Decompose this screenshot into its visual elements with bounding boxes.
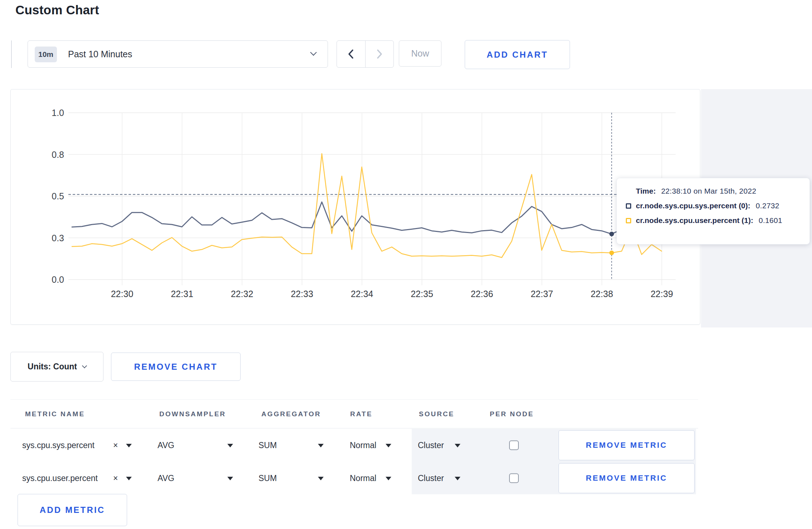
add-metric-button[interactable]: ADD METRIC [18,494,127,526]
series-sys-swatch-icon [626,203,631,209]
column-header-per-node: PER NODE [490,410,534,418]
page-title: Custom Chart [15,3,99,17]
custom-chart-page: Custom Chart 10m Past 10 Minutes Now ADD… [0,0,812,529]
step-back-button[interactable] [337,41,365,67]
line-chart[interactable]: 0.00.30.50.81.022:3022:3122:3222:3322:34… [11,89,701,325]
column-header-downsampler: DOWNSAMPLER [159,410,226,418]
series-user-swatch-icon [626,218,631,223]
now-button[interactable]: Now [399,40,441,67]
source-select[interactable]: Cluster [418,441,444,450]
hover-point-sys [609,232,614,236]
column-header-metric-name: METRIC NAME [25,410,85,418]
remove-metric-button[interactable]: REMOVE METRIC [559,463,695,493]
column-header-source: SOURCE [419,410,454,418]
time-range-select[interactable]: 10m Past 10 Minutes [28,40,328,68]
downsampler-caret-icon[interactable] [227,475,233,482]
aggregator-caret-icon[interactable] [318,442,324,449]
y-axis-tick-label: 0.8 [52,150,64,160]
chart-hover-tooltip: Time: 22:38:10 on Mar 15th, 2022 cr.node… [617,178,810,244]
metric-row-2: sys.cpu.user.percentAVGSUMNormalCluster×… [10,462,698,495]
metric-name-select[interactable]: sys.cpu.sys.percent [22,441,95,450]
units-select-label: Units: Count [28,362,77,372]
tooltip-series-sys-value: 0.2732 [756,202,779,210]
tooltip-time-value: 22:38:10 on Mar 15th, 2022 [661,187,757,195]
source-caret-icon[interactable] [455,475,460,482]
aggregator-select[interactable]: SUM [258,474,277,483]
metric-caret-icon[interactable] [126,475,132,482]
add-chart-button[interactable]: ADD CHART [465,40,570,69]
time-range-badge: 10m [35,47,57,62]
metric-caret-icon[interactable] [126,442,132,449]
column-header-rate: RATE [350,410,372,418]
metrics-table: METRIC NAMEDOWNSAMPLERAGGREGATORRATESOUR… [10,399,698,494]
x-axis-tick-label: 22:35 [411,289,433,299]
time-step-buttons [337,40,394,68]
time-range-label: Past 10 Minutes [68,49,132,59]
remove-chart-button[interactable]: REMOVE CHART [111,353,241,381]
y-axis-tick-label: 0.0 [52,275,64,285]
chart-panel: 0.00.30.50.81.022:3022:3122:3222:3322:34… [10,89,700,325]
rate-caret-icon[interactable] [386,475,391,482]
toolbar-left-divider [11,40,12,68]
chevron-right-icon [375,48,384,60]
tooltip-series-user-label: cr.node.sys.cpu.user.percent (1): [636,216,753,225]
aggregator-caret-icon[interactable] [318,475,324,482]
column-header-aggregator: AGGREGATOR [261,410,321,418]
metric-name-select[interactable]: sys.cpu.user.percent [22,474,98,483]
tooltip-time-label: Time: [636,187,656,195]
y-axis-tick-label: 0.3 [52,233,64,243]
tooltip-series-sys-label: cr.node.sys.cpu.sys.percent (0): [636,202,750,210]
x-axis-tick-label: 22:33 [291,289,313,299]
remove-metric-button[interactable]: REMOVE METRIC [559,430,695,460]
series-line-sys [72,202,662,234]
downsampler-select[interactable]: AVG [158,441,174,450]
x-axis-tick-label: 22:30 [111,289,134,299]
chevron-down-icon [310,49,316,55]
downsampler-caret-icon[interactable] [227,442,233,449]
per-node-checkbox[interactable] [509,441,519,450]
x-axis-tick-label: 22:37 [531,289,553,299]
x-axis-tick-label: 22:36 [471,289,493,299]
x-axis-tick-label: 22:32 [231,289,253,299]
y-axis-tick-label: 0.5 [52,191,64,201]
aggregator-select[interactable]: SUM [258,441,277,450]
source-select[interactable]: Cluster [418,474,444,483]
downsampler-select[interactable]: AVG [158,474,174,483]
hover-point-user [609,251,614,255]
tooltip-series-user-value: 0.1601 [759,216,782,225]
source-caret-icon[interactable] [455,442,460,449]
metric-row-1: sys.cpu.sys.percentAVGSUMNormalCluster×R… [10,429,698,462]
clear-metric-icon[interactable]: × [113,474,118,483]
per-node-checkbox[interactable] [509,474,519,483]
x-axis-tick-label: 22:34 [351,289,373,299]
chevron-down-icon [82,363,87,368]
x-axis-tick-label: 22:31 [171,289,193,299]
metrics-table-header: METRIC NAMEDOWNSAMPLERAGGREGATORRATESOUR… [10,400,698,428]
series-line-user [72,154,662,257]
y-axis-tick-label: 1.0 [52,108,64,118]
chevron-left-icon [346,48,356,60]
step-forward-button[interactable] [365,41,394,67]
rate-select[interactable]: Normal [350,441,376,450]
clear-metric-icon[interactable]: × [113,441,118,450]
units-select[interactable]: Units: Count [10,352,103,382]
rate-caret-icon[interactable] [386,442,391,449]
rate-select[interactable]: Normal [350,474,376,483]
x-axis-tick-label: 22:39 [651,289,673,299]
x-axis-tick-label: 22:38 [591,289,613,299]
